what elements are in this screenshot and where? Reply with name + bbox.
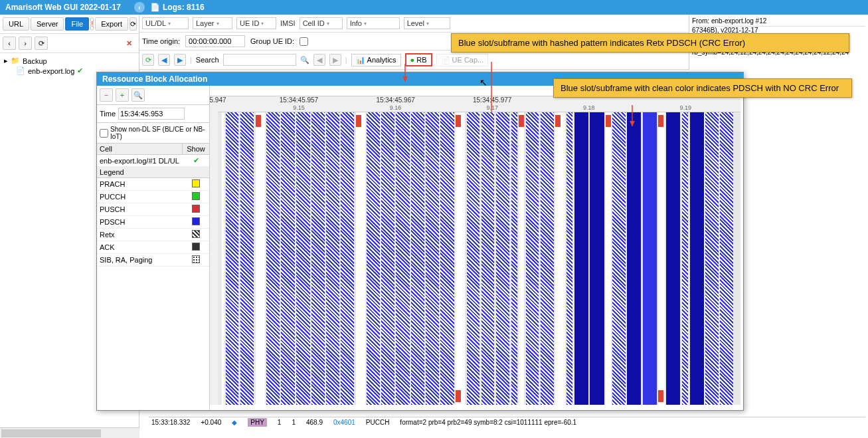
binoculars-icon[interactable]: 🔍 [300, 56, 309, 64]
left-hscrollbar[interactable] [0, 427, 139, 438]
search-label: Search [196, 56, 219, 64]
legend-row-pucch: PUCCH [97, 191, 209, 203]
left-icons-row: ‹ › ⟳ ✕ [0, 34, 139, 53]
tree-folder-backup[interactable]: ▸ 📁 Backup [4, 56, 135, 66]
callout-retx: Blue slot/subframe with hashed pattern i… [451, 33, 849, 53]
reload-icon[interactable]: ⟳ [142, 54, 154, 66]
back-icon[interactable]: ‹ [134, 2, 145, 13]
filter-cellid[interactable]: Cell ID▾ [300, 17, 343, 29]
cell-row[interactable]: enb-export.log/#1 DL/UL ✔ [97, 155, 209, 167]
nav-prev-icon[interactable]: ◀ [158, 54, 170, 66]
chart-y-axis [210, 96, 218, 405]
info-from: From: enb-export.log #12 [692, 16, 865, 27]
status-c4: 0x4601 [333, 419, 355, 426]
zoom-fit-icon[interactable]: 🔍 [131, 88, 145, 102]
group-ueid-checkbox[interactable] [300, 37, 308, 46]
rb-time-label: Time [100, 110, 116, 118]
filter-row: UL/DL▾ Layer▾ UE ID▾ IMSI Cell ID▾ Info▾… [139, 15, 689, 33]
file-icon: 📄 [16, 66, 25, 75]
cell-header: Cell [97, 144, 183, 154]
chart-plot [218, 112, 740, 405]
check-icon: ✔ [77, 66, 83, 75]
legend-row-prach: PRACH [97, 178, 209, 191]
filter-imsi-label: IMSI [280, 19, 296, 27]
prev-icon[interactable]: ‹ [3, 37, 16, 50]
zoom-in-icon[interactable]: + [116, 88, 129, 102]
status-time: 15:33:18.332 [151, 419, 190, 426]
time-origin-label: Time origin: [142, 37, 180, 45]
legend-row-sib-ra-paging: SIB, RA, Paging [97, 254, 209, 267]
refresh2-icon[interactable]: ⟳ [35, 37, 48, 50]
status-c3: 468.9 [306, 419, 323, 426]
zoom-out-icon[interactable]: − [100, 88, 113, 102]
rb-cell-table: Cell Show enb-export.log/#1 DL/UL ✔ Lege… [97, 144, 209, 267]
arrow-retx-to-rb [398, 62, 498, 125]
rb-chart[interactable]: 5.94715:34:45.95715:34:45.96715:34:45.97… [210, 86, 743, 410]
search-next-icon[interactable]: ▶ [329, 54, 341, 66]
legend-header: Legend [97, 167, 209, 178]
status-rest: format=2 prb=4 prb2=49 symb=8:2 csi=1011… [400, 419, 576, 426]
time-origin-input[interactable] [185, 35, 245, 47]
folder-icon: 📁 [11, 56, 20, 65]
search-prev-icon[interactable]: ◀ [313, 54, 325, 66]
status-c2: 1 [292, 419, 296, 426]
show-nondl-label: Show non-DL SF (BL/CE or NB-IoT) [110, 126, 207, 140]
dir-icon: ◆ [232, 419, 237, 426]
arrow-clean [626, 105, 639, 132]
svg-marker-2 [402, 76, 408, 82]
legend-row-ack: ACK [97, 241, 209, 254]
logs-title: Logs: 8116 [163, 3, 205, 12]
chart-area: 5.94715:34:45.95715:34:45.96715:34:45.97… [218, 96, 740, 405]
rb-time-input[interactable] [118, 108, 185, 120]
triangle-icon: ▸ [4, 56, 8, 65]
server-button[interactable]: Server [31, 17, 64, 31]
rb-left-panel: − + 🔍 Time Show non-DL SF (BL/CE or NB-I… [97, 86, 210, 410]
status-c1: 1 [278, 419, 282, 426]
check-icon: ✔ [193, 156, 199, 164]
hscroll-thumb[interactable] [1, 429, 101, 437]
app-title: Amarisoft Web GUI 2022-01-17 [5, 3, 121, 12]
doc-icon: 📄 [150, 3, 160, 12]
analytics-button[interactable]: 📊Analytics [351, 54, 401, 66]
group-ueid-label: Group UE ID: [250, 37, 294, 45]
status-chan: PUCCH [366, 419, 390, 426]
file-button[interactable]: File [65, 17, 89, 31]
filter-layer[interactable]: Layer▾ [193, 17, 232, 29]
callout-clean: Blue slot/subframe with clean color indi… [553, 78, 852, 98]
filter-level[interactable]: Level▾ [404, 17, 450, 29]
show-header: Show [183, 144, 209, 154]
legend-row-retx: Retx [97, 229, 209, 241]
legend-row-pdsch: PDSCH [97, 216, 209, 229]
url-button[interactable]: URL [3, 17, 29, 31]
search-input[interactable] [223, 54, 296, 66]
error-icon[interactable]: ! [90, 17, 94, 31]
filter-ueid[interactable]: UE ID▾ [236, 17, 276, 29]
show-nondl-checkbox[interactable] [100, 129, 108, 138]
left-toolbar: URL Server File ! Export ⟳ [0, 15, 139, 34]
refresh-icon[interactable]: ⟳ [130, 17, 137, 31]
filter-uldl[interactable]: UL/DL▾ [142, 17, 189, 29]
cursor-icon: ↖ [479, 77, 487, 88]
status-phy: PHY [248, 418, 267, 427]
nav-next-icon[interactable]: ▶ [174, 54, 186, 66]
legend-row-pusch: PUSCH [97, 203, 209, 216]
filter-info[interactable]: Info▾ [347, 17, 400, 29]
status-row: 15:33:18.332 +0.040 ◆ PHY 1 1 468.9 0x46… [149, 417, 865, 427]
next-icon[interactable]: › [19, 37, 32, 50]
clear-icon[interactable]: ✕ [122, 38, 136, 49]
svg-marker-4 [630, 121, 635, 126]
status-delta: +0.040 [201, 419, 221, 426]
export-button[interactable]: Export [95, 17, 128, 31]
app-header: Amarisoft Web GUI 2022-01-17 ‹ 📄 Logs: 8… [0, 0, 868, 15]
